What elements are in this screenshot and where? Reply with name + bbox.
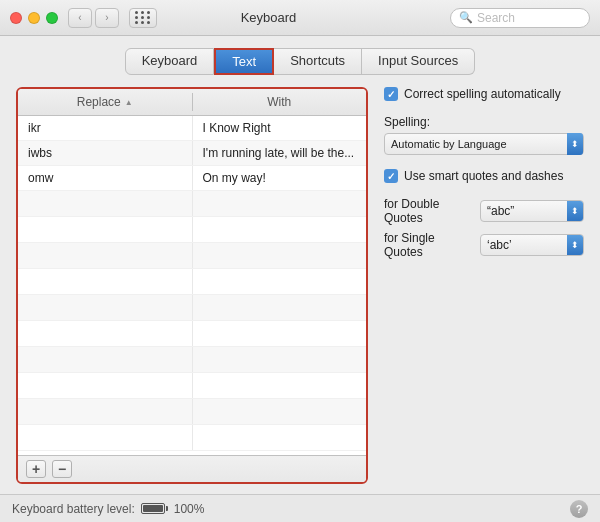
smart-quotes-label: Use smart quotes and dashes <box>404 169 563 183</box>
tab-bar: Keyboard Text Shortcuts Input Sources <box>16 48 584 75</box>
search-icon: 🔍 <box>459 11 473 24</box>
correct-spelling-label: Correct spelling automatically <box>404 87 561 101</box>
empty-row <box>18 295 366 321</box>
spelling-label: Spelling: <box>384 115 584 129</box>
remove-entry-button[interactable]: − <box>52 460 72 478</box>
single-quotes-value: ‘abc’ <box>487 238 512 252</box>
cell-with: On my way! <box>193 166 367 190</box>
window-title: Keyboard <box>167 10 370 25</box>
single-quotes-label: for Single Quotes <box>384 231 474 259</box>
tab-keyboard[interactable]: Keyboard <box>125 48 215 75</box>
battery-label: Keyboard battery level: <box>12 502 135 516</box>
traffic-lights <box>10 12 58 24</box>
statusbar: Keyboard battery level: 100% ? <box>0 494 600 522</box>
dropdown-arrow-icon: ⬍ <box>567 200 583 222</box>
dropdown-arrow-icon: ⬍ <box>567 133 583 155</box>
minimize-button[interactable] <box>28 12 40 24</box>
empty-row <box>18 425 366 451</box>
tab-shortcuts[interactable]: Shortcuts <box>274 48 362 75</box>
forward-button[interactable]: › <box>95 8 119 28</box>
empty-row <box>18 217 366 243</box>
table-row[interactable]: ikr I Know Right <box>18 116 366 141</box>
cell-with: I'm running late, will be the... <box>193 141 367 165</box>
table-footer: + − <box>18 455 366 482</box>
correct-spelling-checkbox[interactable]: ✓ <box>384 87 398 101</box>
empty-row <box>18 373 366 399</box>
empty-row <box>18 321 366 347</box>
empty-row <box>18 399 366 425</box>
spelling-value: Automatic by Language <box>391 138 567 150</box>
battery-icon <box>141 503 168 514</box>
cell-replace: iwbs <box>18 141 193 165</box>
maximize-button[interactable] <box>46 12 58 24</box>
text-replacement-table: Replace ▲ With ikr I Know Right iwbs I'm… <box>16 87 368 484</box>
cell-replace: omw <box>18 166 193 190</box>
spelling-dropdown[interactable]: Automatic by Language ⬍ <box>384 133 584 155</box>
cell-with: I Know Right <box>193 116 367 140</box>
add-entry-button[interactable]: + <box>26 460 46 478</box>
double-quotes-row: for Double Quotes “abc” ⬍ <box>384 197 584 225</box>
search-placeholder: Search <box>477 11 515 25</box>
battery-tip <box>166 506 168 511</box>
empty-row <box>18 191 366 217</box>
tab-input-sources[interactable]: Input Sources <box>362 48 475 75</box>
table-row[interactable]: iwbs I'm running late, will be the... <box>18 141 366 166</box>
empty-row <box>18 243 366 269</box>
col-header-with: With <box>193 93 367 111</box>
battery-section: Keyboard battery level: 100% <box>12 502 204 516</box>
battery-percent: 100% <box>174 502 205 516</box>
single-quotes-dropdown[interactable]: ‘abc’ ⬍ <box>480 234 584 256</box>
main-area: Replace ▲ With ikr I Know Right iwbs I'm… <box>16 87 584 484</box>
double-quotes-dropdown[interactable]: “abc” ⬍ <box>480 200 584 222</box>
nav-buttons: ‹ › <box>68 8 119 28</box>
table-header: Replace ▲ With <box>18 89 366 116</box>
dropdown-arrow-icon: ⬍ <box>567 234 583 256</box>
table-row[interactable]: omw On my way! <box>18 166 366 191</box>
double-quotes-label: for Double Quotes <box>384 197 474 225</box>
spelling-section: Spelling: Automatic by Language ⬍ <box>384 111 584 155</box>
battery-body <box>141 503 165 514</box>
titlebar: ‹ › Keyboard 🔍 Search <box>0 0 600 36</box>
correct-spelling-row: ✓ Correct spelling automatically <box>384 87 584 101</box>
smart-quotes-row: ✓ Use smart quotes and dashes <box>384 169 584 183</box>
grid-button[interactable] <box>129 8 157 28</box>
help-button[interactable]: ? <box>570 500 588 518</box>
sort-icon: ▲ <box>125 98 133 107</box>
cell-replace: ikr <box>18 116 193 140</box>
single-quotes-row: for Single Quotes ‘abc’ ⬍ <box>384 231 584 259</box>
grid-icon <box>135 11 151 24</box>
empty-row <box>18 347 366 373</box>
checkmark-icon: ✓ <box>387 171 395 182</box>
battery-fill <box>143 505 163 512</box>
smart-quotes-checkbox[interactable]: ✓ <box>384 169 398 183</box>
col-header-replace: Replace ▲ <box>18 93 193 111</box>
content-area: Keyboard Text Shortcuts Input Sources Re… <box>0 36 600 494</box>
back-button[interactable]: ‹ <box>68 8 92 28</box>
tab-text[interactable]: Text <box>214 48 274 75</box>
search-box[interactable]: 🔍 Search <box>450 8 590 28</box>
close-button[interactable] <box>10 12 22 24</box>
double-quotes-value: “abc” <box>487 204 514 218</box>
empty-row <box>18 269 366 295</box>
checkmark-icon: ✓ <box>387 89 395 100</box>
quotes-section: for Double Quotes “abc” ⬍ for Single Quo… <box>384 197 584 265</box>
table-body: ikr I Know Right iwbs I'm running late, … <box>18 116 366 455</box>
options-panel: ✓ Correct spelling automatically Spellin… <box>384 87 584 484</box>
